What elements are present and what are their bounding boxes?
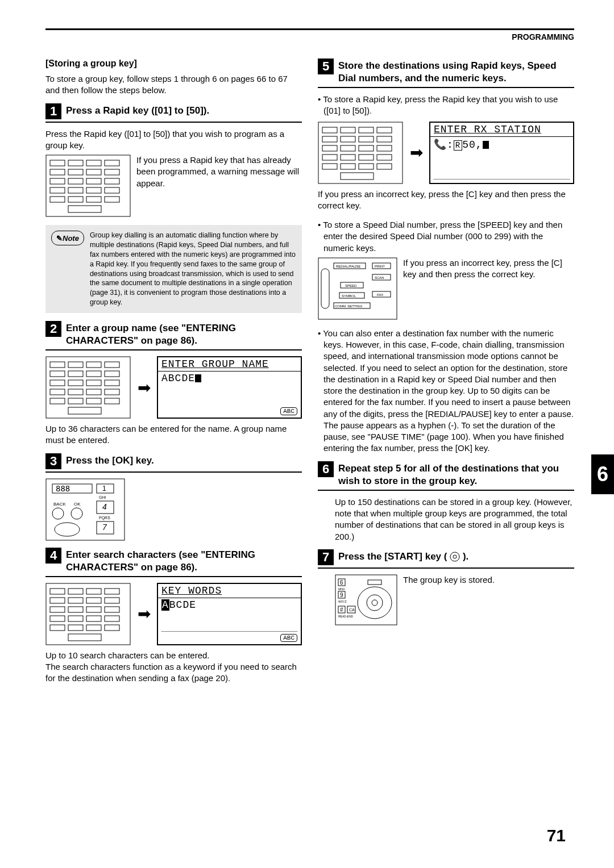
svg-rect-1: [50, 160, 65, 166]
svg-text:9: 9: [340, 592, 343, 598]
lcd-line-1: ENTER RX STATION: [430, 123, 573, 137]
svg-rect-92: [341, 145, 355, 151]
svg-rect-78: [68, 625, 83, 631]
svg-rect-41: [86, 398, 101, 404]
svg-rect-89: [359, 136, 374, 142]
step-5-bullet-2: To store a Speed Dial number, press the …: [323, 219, 574, 254]
lcd-line-2: ABCDE: [158, 372, 301, 385]
svg-rect-96: [341, 155, 355, 160]
svg-rect-4: [105, 160, 119, 166]
lcd-enter-group-name: ENTER GROUP NAME ABCDE ABC: [157, 356, 302, 419]
svg-rect-11: [86, 178, 101, 184]
svg-rect-38: [105, 389, 119, 395]
svg-rect-6: [68, 169, 83, 175]
svg-rect-26: [105, 362, 119, 368]
svg-rect-87: [322, 136, 337, 142]
svg-text:SYMBOL: SYMBOL: [342, 294, 356, 298]
step-4-row: 4 Enter search characters (see "ENTERING…: [45, 548, 302, 577]
svg-text:4: 4: [102, 502, 107, 511]
note-label: Note: [51, 231, 84, 245]
storing-group-key-heading: [Storing a group key]: [45, 59, 302, 69]
svg-rect-12: [105, 178, 119, 184]
lcd-enter-rx-station: ENTER RX STATION 📞:R50,: [429, 122, 574, 184]
lcd-line-1: KEY WORDS: [158, 584, 301, 598]
svg-rect-73: [50, 616, 65, 621]
svg-text:888: 888: [56, 484, 70, 493]
svg-rect-99: [322, 164, 337, 169]
svg-rect-80: [105, 625, 119, 631]
svg-rect-27: [50, 371, 65, 377]
svg-rect-61: [50, 589, 65, 594]
svg-rect-21: [68, 206, 101, 212]
svg-rect-39: [50, 398, 65, 404]
svg-rect-82: [318, 122, 403, 183]
step-1-body: Press the Rapid key ([01] to [50]) that …: [45, 128, 302, 152]
lcd-line-2: ABCDE: [158, 598, 301, 612]
step-3-title: Press the [OK] key.: [66, 453, 154, 467]
svg-point-134: [358, 587, 392, 619]
step-number-5: 5: [318, 59, 334, 74]
svg-point-57: [52, 508, 64, 519]
rapid-key-panel-illustration: [45, 356, 131, 419]
svg-text:OK: OK: [74, 502, 81, 507]
step-6-row: 6 Repeat step 5 for all of the destinati…: [318, 461, 574, 491]
svg-rect-25: [86, 362, 101, 368]
svg-text:FAX: FAX: [377, 293, 383, 297]
svg-rect-77: [50, 625, 65, 631]
svg-rect-30: [105, 371, 119, 377]
svg-rect-7: [86, 169, 101, 175]
svg-rect-36: [68, 389, 83, 395]
step-4-title: Enter search characters (see "ENTERING C…: [66, 548, 302, 574]
svg-rect-97: [359, 155, 374, 160]
step-7-row: 7 Press the [START] key ( ).: [318, 549, 574, 569]
svg-rect-76: [105, 616, 119, 621]
svg-text:PRINT: PRINT: [375, 265, 385, 268]
svg-rect-34: [105, 380, 119, 386]
svg-rect-74: [68, 616, 83, 621]
svg-rect-137: [368, 580, 381, 585]
step-number-3: 3: [45, 453, 61, 469]
rapid-key-panel-illustration: [318, 122, 403, 184]
svg-point-135: [367, 595, 383, 611]
svg-rect-69: [50, 607, 65, 612]
svg-rect-20: [105, 197, 119, 202]
step-1-row: 1 Press a Rapid key ([01] to [50]).: [45, 103, 302, 123]
svg-text:7: 7: [102, 523, 107, 532]
svg-rect-24: [68, 362, 83, 368]
svg-rect-67: [86, 598, 101, 603]
ok-key-illustration: 888 1 4 GHI 7 PQRS BACKOK: [45, 478, 125, 541]
svg-rect-33: [86, 380, 101, 386]
note-box: Note Group key dialling is an automatic …: [45, 225, 302, 313]
lcd-key-words: KEY WORDS ABCDE ABC: [157, 583, 302, 645]
svg-rect-8: [105, 169, 119, 175]
svg-rect-75: [86, 616, 101, 621]
svg-rect-5: [50, 169, 65, 175]
svg-rect-64: [105, 589, 119, 594]
start-key-illustration: 6 9 MNOWXYZ # CA READ-END: [335, 574, 397, 625]
svg-rect-90: [377, 136, 392, 142]
svg-rect-94: [377, 145, 392, 151]
svg-rect-18: [68, 197, 83, 202]
svg-rect-0: [46, 155, 130, 216]
svg-text:REDIAL/PAUSE: REDIAL/PAUSE: [336, 265, 360, 268]
note-body: Group key dialling is an automatic diall…: [90, 231, 296, 307]
svg-rect-88: [341, 136, 355, 142]
svg-rect-102: [377, 164, 392, 169]
svg-rect-66: [68, 598, 83, 603]
svg-rect-119: [321, 269, 329, 308]
svg-text:WXYZ: WXYZ: [338, 600, 346, 603]
svg-rect-85: [359, 127, 374, 133]
step-5-side-2: If you press an incorrect key, press the…: [403, 257, 574, 281]
svg-rect-68: [105, 598, 119, 603]
step-5-bullet-3: You can also enter a destination fax num…: [323, 328, 574, 454]
svg-rect-40: [68, 398, 83, 404]
step-2-title: Enter a group name (see "ENTERING CHARAC…: [66, 321, 302, 347]
rapid-key-panel-illustration: [45, 155, 131, 217]
svg-rect-14: [68, 187, 83, 193]
lcd-mode-badge: ABC: [280, 407, 297, 415]
svg-text:#: #: [340, 607, 343, 613]
svg-rect-15: [86, 187, 101, 193]
svg-point-58: [71, 508, 82, 519]
svg-rect-10: [68, 178, 83, 184]
step-5-bullet-1: To store a Rapid key, press the Rapid ke…: [323, 94, 574, 117]
